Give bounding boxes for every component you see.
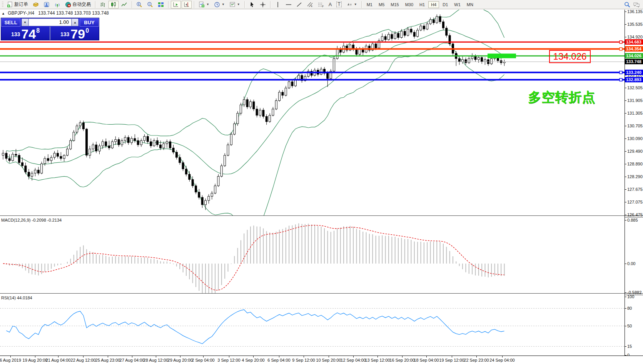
tab-timeframe-mn[interactable]: MN: [464, 1, 476, 8]
trendline-icon: [296, 2, 302, 8]
accounts-button[interactable]: [42, 1, 52, 8]
current-price-badge: 133.748: [625, 59, 643, 64]
main-toolbar: 新订单 自动交易 ▼ ▼: [0, 0, 643, 9]
chart-title: ▲ GBPJPY-,H4 133.744 133.748 133.703 133…: [2, 10, 109, 16]
time-tick-mark: [156, 356, 156, 357]
zoom-out-button[interactable]: [145, 1, 155, 8]
tab-timeframe-m15[interactable]: M15: [388, 1, 401, 8]
signals-button[interactable]: [52, 1, 62, 8]
time-axis[interactable]: 6 Aug 201919 Aug 20:0021 Aug 04:0022 Aug…: [0, 356, 643, 364]
price-tick-label: 128.890: [625, 161, 643, 167]
price-annotation-box[interactable]: 134.026: [549, 50, 591, 63]
auto-scroll-button[interactable]: [171, 1, 181, 8]
rsi-indicator-pane[interactable]: [0, 294, 625, 356]
search-icon[interactable]: [624, 2, 630, 8]
macd-indicator-pane[interactable]: [0, 217, 625, 293]
tab-timeframe-m1[interactable]: M1: [364, 1, 375, 8]
time-tick-mark: [132, 356, 132, 357]
chart-shift-icon: [184, 2, 190, 8]
rsi-tick-label: 15: [625, 344, 632, 349]
toolbar-separator: [168, 1, 169, 8]
line-handle[interactable]: [620, 48, 622, 50]
tab-timeframe-d1[interactable]: D1: [440, 1, 451, 8]
cursor-tool-button[interactable]: [247, 1, 257, 8]
time-tick-mark: [353, 356, 354, 357]
buy-price[interactable]: 133 79 0: [50, 27, 99, 40]
time-tick-label: 16 Sep 20:00: [389, 358, 414, 362]
line-handle[interactable]: [620, 71, 622, 74]
chart-ohlc-values: 133.744 133.748 133.703 133.748: [38, 10, 109, 16]
price-tick-label: 129.490: [625, 149, 643, 154]
line-chart-button[interactable]: [119, 1, 129, 8]
vertical-line-tool[interactable]: [273, 1, 283, 8]
autotrade-label: 自动交易: [72, 1, 91, 8]
horizontal-line-tool[interactable]: [284, 1, 294, 8]
chart-symbol-period: GBPJPY-,H4: [8, 10, 34, 16]
buy-price-figure: 133: [60, 31, 69, 37]
green-trend-segment[interactable]: [488, 53, 516, 58]
rsi-line: [6, 310, 504, 344]
tile-windows-button[interactable]: [156, 1, 166, 8]
time-tick-label: 4 Sep 20:00: [242, 358, 264, 362]
text-tool[interactable]: A: [327, 1, 334, 8]
new-order-icon: [7, 2, 13, 8]
price-badge-134.026: 134.026: [625, 53, 643, 58]
chat-icon[interactable]: [633, 2, 640, 8]
tab-timeframe-h4[interactable]: H4: [428, 1, 439, 8]
sell-button[interactable]: SELL: [1, 18, 20, 27]
periods-button[interactable]: ▼: [212, 1, 227, 8]
tab-timeframe-h1[interactable]: H1: [417, 1, 428, 8]
candlestick-chart-icon: [110, 2, 117, 8]
one-click-trading-panel: SELL ▼ 1.00 ▲ BUY 133 74 8 133 79 0: [1, 18, 99, 40]
price-badge-134.354: 134.354: [625, 46, 643, 52]
line-handle[interactable]: [620, 41, 622, 43]
candlestick-chart-button[interactable]: [109, 1, 119, 8]
sell-price[interactable]: 133 74 8: [1, 27, 50, 40]
time-tick-mark: [58, 356, 58, 357]
volume-input[interactable]: 1.00: [28, 18, 72, 26]
time-tick-label: 2 Sep 04:00: [192, 358, 214, 362]
price-tick-label: 136.135: [625, 9, 643, 14]
toolbar-separator: [194, 1, 194, 8]
rsi-axis[interactable]: 1008050150: [625, 294, 643, 356]
time-tick-label: 9 Sep 12:00: [292, 358, 315, 362]
crosshair-tool-button[interactable]: [258, 1, 268, 8]
trendline-tool[interactable]: [294, 1, 304, 8]
line-handle[interactable]: [620, 78, 622, 81]
fibonacci-tool[interactable]: F: [316, 1, 326, 8]
chevron-down-icon: ▼: [354, 3, 357, 6]
arrows-tool[interactable]: ▼: [344, 1, 359, 8]
chart-shift-button[interactable]: [182, 1, 192, 8]
chevron-down-icon: ▼: [237, 3, 240, 6]
bollinger-band-line: [6, 43, 504, 215]
candlestick-series: [2, 14, 506, 210]
indicators-button[interactable]: ▼: [197, 1, 211, 8]
main-price-axis[interactable]: 136.135135.535134.920134.320133.720133.1…: [625, 10, 643, 215]
turning-point-annotation[interactable]: 多空转折点: [528, 88, 595, 106]
equidistant-channel-tool[interactable]: E: [305, 1, 315, 8]
text-label-tool[interactable]: T: [334, 1, 343, 8]
bar-chart-button[interactable]: [98, 1, 108, 8]
price-tick-label: 134.920: [625, 34, 643, 40]
volume-up-button[interactable]: ▲: [72, 18, 78, 26]
autotrade-button[interactable]: 自动交易: [63, 1, 93, 8]
tab-timeframe-m5[interactable]: M5: [376, 1, 387, 8]
tab-timeframe-m30[interactable]: M30: [403, 1, 416, 8]
macd-axis[interactable]: 0.8850.00-0.5882: [625, 217, 643, 293]
bollinger-band-line: [6, 30, 504, 174]
price-badge-133.240: 133.240: [625, 70, 643, 75]
rsi-tick-label: 100: [625, 294, 634, 299]
volume-down-button[interactable]: ▼: [22, 18, 28, 26]
templates-button[interactable]: ▼: [227, 1, 242, 8]
time-tick-label: 21 Aug 04:00: [46, 358, 71, 362]
main-price-chart[interactable]: [0, 10, 625, 215]
zoom-in-button[interactable]: [134, 1, 144, 8]
tab-timeframe-w1[interactable]: W1: [451, 1, 463, 8]
rsi-label: RSI(14) 44.0184: [1, 296, 32, 300]
cursor-icon: [249, 2, 255, 8]
new-order-button[interactable]: 新订单: [5, 1, 30, 8]
toolbar-separator: [244, 1, 245, 8]
market-watch-button[interactable]: [31, 1, 41, 8]
buy-button[interactable]: BUY: [80, 18, 99, 27]
time-tick-mark: [10, 356, 11, 357]
